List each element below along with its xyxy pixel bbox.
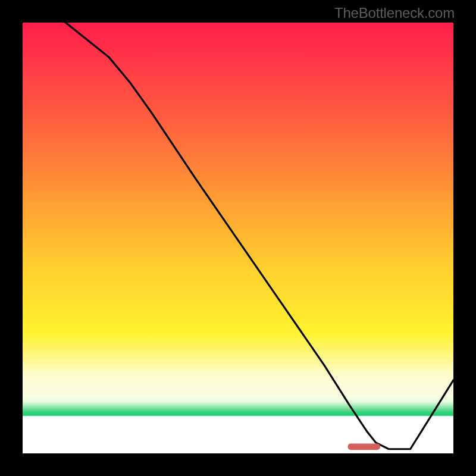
watermark-text: TheBottleneck.com xyxy=(334,5,455,21)
bottleneck-curve xyxy=(23,0,453,449)
optimal-bar xyxy=(348,443,380,450)
plot-frame xyxy=(21,21,455,455)
chart-stage: TheBottleneck.com xyxy=(0,0,476,476)
chart-overlay xyxy=(23,23,453,453)
